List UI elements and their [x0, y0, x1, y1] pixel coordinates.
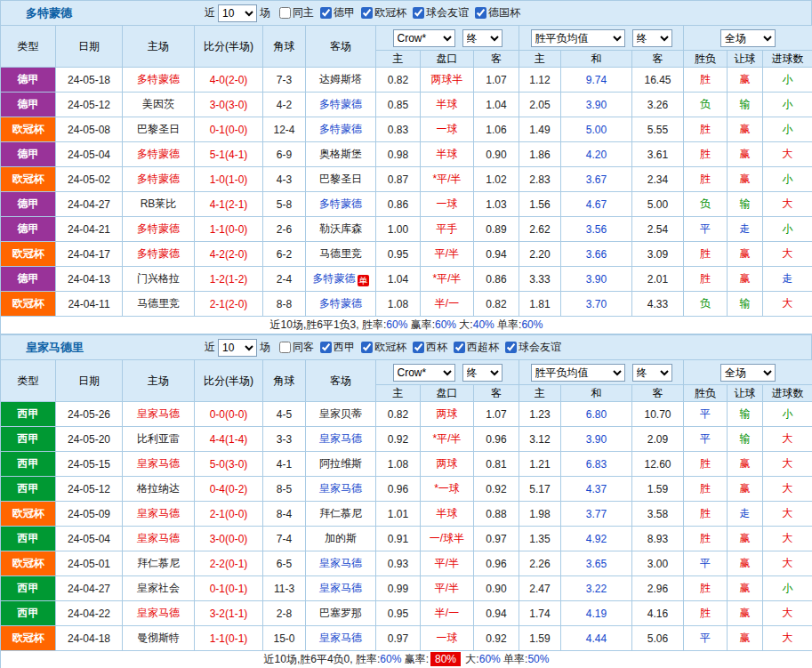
- filter-checkbox[interactable]: 西杯: [413, 340, 447, 355]
- handicap-stage-select[interactable]: 终: [462, 29, 502, 47]
- away-team-name[interactable]: 多特蒙德: [319, 297, 362, 310]
- bookmaker-select[interactable]: Crow*: [393, 364, 455, 382]
- score[interactable]: 1-1(0-0): [195, 217, 263, 242]
- result-handicap: 赢: [728, 626, 763, 651]
- home-team-name[interactable]: 皇家马德: [137, 532, 180, 544]
- score[interactable]: 0-1(0-0): [195, 117, 263, 142]
- away-team-name[interactable]: 皇家马德: [319, 582, 362, 594]
- checkbox-input[interactable]: [320, 342, 332, 353]
- score[interactable]: 3-0(3-0): [195, 93, 263, 117]
- away-team-name[interactable]: 皇家马德: [319, 632, 362, 644]
- away-team-name[interactable]: 皇家马德: [319, 432, 362, 445]
- checkbox-input[interactable]: [279, 7, 291, 19]
- checkbox-input[interactable]: [413, 342, 424, 353]
- away-team-name[interactable]: 马德里竞: [319, 247, 362, 260]
- home-team-name[interactable]: 皇家马德: [137, 457, 180, 470]
- score[interactable]: 3-2(1-1): [195, 601, 263, 626]
- checkbox-input[interactable]: [320, 7, 332, 19]
- away-team-name[interactable]: 皇家马德: [319, 482, 362, 495]
- home-team-name[interactable]: 比利亚雷: [137, 432, 180, 445]
- away-team-name[interactable]: 多特蒙德: [319, 98, 362, 110]
- home-team-name[interactable]: 多特蒙德: [137, 247, 180, 260]
- checkbox-input[interactable]: [505, 342, 517, 353]
- avg-odds-select[interactable]: 胜平负均值: [531, 364, 625, 382]
- away-team-name[interactable]: 达姆斯塔: [319, 73, 362, 85]
- score[interactable]: 4-1(2-1): [195, 192, 263, 217]
- checkbox-input[interactable]: [413, 7, 424, 19]
- away-team-name[interactable]: 巴塞罗那: [319, 607, 362, 619]
- away-team-name[interactable]: 勒沃库森: [319, 222, 362, 235]
- away-team-name[interactable]: 阿拉维斯: [319, 457, 362, 470]
- away-team-name[interactable]: 加的斯: [325, 532, 357, 544]
- checkbox-input[interactable]: [361, 7, 373, 19]
- score[interactable]: 2-2(0-1): [195, 551, 263, 576]
- filter-checkbox[interactable]: 欧冠杯: [361, 5, 406, 20]
- checkbox-input[interactable]: [475, 7, 486, 19]
- home-team-name[interactable]: 巴黎圣日: [137, 123, 180, 135]
- score[interactable]: 0-0(0-0): [195, 402, 263, 427]
- score[interactable]: 4-2(2-0): [195, 242, 263, 267]
- score[interactable]: 0-1(0-1): [195, 576, 263, 601]
- avg-draw-odds: 4.37: [561, 477, 632, 502]
- score[interactable]: 0-4(0-2): [195, 477, 263, 502]
- score[interactable]: 4-0(2-0): [195, 68, 263, 93]
- home-team-name[interactable]: RB莱比: [141, 197, 177, 210]
- scope-select[interactable]: 全场: [720, 29, 776, 47]
- league-badge: 欧冠杯: [1, 117, 56, 142]
- subcol-handicap-line: 盘口: [421, 385, 474, 402]
- filter-checkbox[interactable]: 球会友谊: [505, 340, 561, 355]
- filter-checkbox[interactable]: 德国杯: [475, 5, 520, 20]
- home-team-name[interactable]: 皇家马德: [137, 507, 180, 519]
- avg-odds-select[interactable]: 胜平负均值: [531, 29, 625, 47]
- home-team-name[interactable]: 门兴格拉: [137, 272, 180, 285]
- filter-checkbox[interactable]: 德甲: [320, 5, 355, 20]
- home-team-name[interactable]: 拜仁慕尼: [137, 557, 180, 569]
- away-team-name[interactable]: 皇家贝蒂: [319, 407, 362, 420]
- avg-stage-select[interactable]: 终: [632, 29, 672, 47]
- recent-count-select[interactable]: 10: [218, 339, 257, 357]
- handicap-stage-select[interactable]: 终: [462, 364, 502, 382]
- score[interactable]: 2-1(0-0): [195, 502, 263, 527]
- score[interactable]: 5-0(3-0): [195, 452, 263, 477]
- score[interactable]: 1-0(1-0): [195, 167, 263, 192]
- filter-checkbox[interactable]: 西甲: [320, 340, 355, 355]
- away-team-name[interactable]: 多特蒙德: [319, 197, 362, 210]
- bookmaker-select[interactable]: Crow*: [393, 29, 455, 47]
- score[interactable]: 1-1(0-1): [195, 626, 263, 651]
- single-bet-icon[interactable]: 单: [358, 275, 369, 286]
- filter-checkbox[interactable]: 球会友谊: [413, 5, 469, 20]
- score[interactable]: 4-4(1-4): [195, 427, 263, 452]
- score[interactable]: 3-0(0-0): [195, 527, 263, 551]
- avg-home-odds: 1.59: [519, 626, 561, 651]
- away-team-name[interactable]: 奥格斯堡: [319, 148, 362, 160]
- recent-count-select[interactable]: 10: [218, 4, 257, 22]
- away-team-name[interactable]: 皇家马德: [319, 557, 362, 569]
- home-team-name[interactable]: 格拉纳达: [137, 482, 180, 495]
- home-team-name[interactable]: 美因茨: [142, 98, 174, 110]
- filter-checkbox[interactable]: 同客: [279, 340, 314, 355]
- score[interactable]: 5-1(4-1): [195, 142, 263, 167]
- home-team-name[interactable]: 多特蒙德: [137, 173, 180, 185]
- home-team-name[interactable]: 多特蒙德: [137, 148, 180, 160]
- filter-checkbox[interactable]: 欧冠杯: [361, 340, 406, 355]
- score[interactable]: 2-1(2-0): [195, 292, 263, 317]
- home-team-name[interactable]: 多特蒙德: [137, 222, 180, 235]
- away-team-name[interactable]: 巴黎圣日: [319, 173, 362, 185]
- checkbox-input[interactable]: [279, 342, 291, 353]
- filter-checkbox[interactable]: 西超杯: [454, 340, 499, 355]
- away-team-name[interactable]: 多特蒙德: [319, 123, 362, 135]
- home-team-name[interactable]: 皇家马德: [137, 407, 180, 420]
- score[interactable]: 1-2(1-2): [195, 267, 263, 292]
- away-team-name[interactable]: 多特蒙德: [313, 272, 356, 285]
- away-team-name[interactable]: 拜仁慕尼: [319, 507, 362, 519]
- home-team-name[interactable]: 马德里竞: [137, 297, 180, 310]
- checkbox-input[interactable]: [454, 342, 465, 353]
- scope-select[interactable]: 全场: [720, 364, 776, 382]
- home-team-name[interactable]: 多特蒙德: [137, 73, 180, 85]
- avg-stage-select[interactable]: 终: [632, 364, 672, 382]
- home-team-name[interactable]: 曼彻斯特: [137, 632, 180, 644]
- home-team-name[interactable]: 皇家社会: [137, 582, 180, 594]
- checkbox-input[interactable]: [361, 342, 373, 353]
- home-team-name[interactable]: 皇家马德: [137, 607, 180, 619]
- filter-checkbox[interactable]: 同主: [279, 5, 314, 20]
